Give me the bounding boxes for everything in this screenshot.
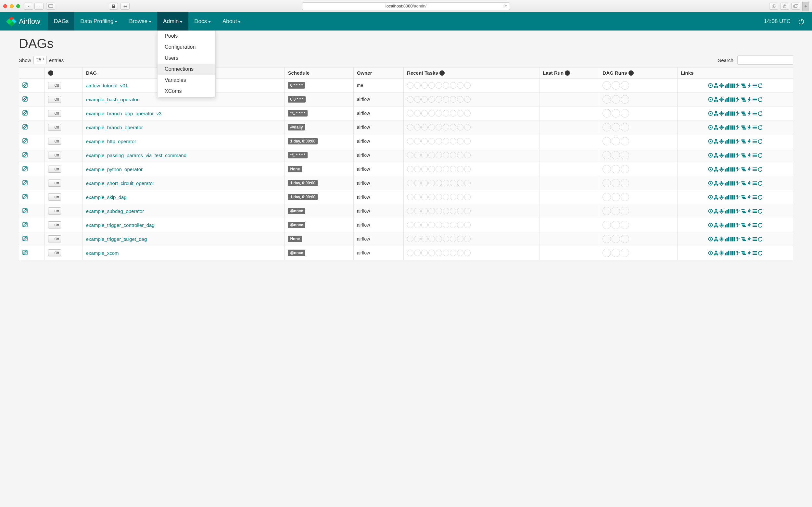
log-icon[interactable] bbox=[752, 209, 757, 214]
task-circle[interactable] bbox=[436, 96, 442, 103]
gantt-icon[interactable] bbox=[741, 250, 746, 256]
task-circle[interactable] bbox=[421, 208, 428, 214]
dagrun-circle[interactable] bbox=[621, 137, 629, 146]
dagrun-circle[interactable] bbox=[612, 81, 620, 90]
tree-icon[interactable] bbox=[714, 181, 718, 186]
dagrun-circle[interactable] bbox=[603, 137, 611, 146]
task-circle[interactable] bbox=[450, 124, 456, 130]
dag-link[interactable]: example_bash_operator bbox=[86, 97, 139, 102]
log-icon[interactable] bbox=[752, 97, 757, 102]
task-circle[interactable] bbox=[436, 124, 442, 130]
tree-icon[interactable] bbox=[714, 125, 718, 130]
dagrun-circle[interactable] bbox=[621, 81, 629, 90]
edit-icon[interactable] bbox=[22, 82, 28, 88]
task-circle[interactable] bbox=[457, 249, 463, 256]
dropdown-item-variables[interactable]: Variables bbox=[157, 75, 215, 86]
dag-toggle[interactable]: Off bbox=[48, 221, 61, 228]
tree-icon[interactable] bbox=[714, 167, 718, 172]
gantt-icon[interactable] bbox=[741, 125, 746, 130]
task-circle[interactable] bbox=[443, 194, 449, 200]
info-icon[interactable]: i bbox=[440, 70, 445, 76]
landing-icon[interactable] bbox=[736, 153, 741, 158]
nav-item-admin[interactable]: AdminPoolsConfigurationUsersConnectionsV… bbox=[157, 12, 188, 31]
task-circle[interactable] bbox=[407, 180, 413, 186]
gantt-icon[interactable] bbox=[741, 111, 746, 116]
bolt-icon[interactable] bbox=[747, 195, 752, 200]
task-circle[interactable] bbox=[457, 180, 463, 186]
dag-toggle[interactable]: Off bbox=[48, 166, 61, 173]
refresh-icon[interactable] bbox=[758, 139, 763, 144]
dagrun-circle[interactable] bbox=[603, 95, 611, 104]
extension-button-2[interactable] bbox=[120, 3, 130, 10]
trigger-icon[interactable] bbox=[708, 181, 713, 186]
task-circle[interactable] bbox=[450, 222, 456, 228]
dag-link[interactable]: airflow_tutorial_v01 bbox=[86, 83, 128, 88]
task-circle[interactable] bbox=[407, 222, 413, 228]
schedule-badge[interactable]: 1 day, 0:00:00 bbox=[288, 138, 318, 145]
log-icon[interactable] bbox=[752, 237, 757, 241]
task-circle[interactable] bbox=[443, 124, 449, 130]
task-circle[interactable] bbox=[443, 82, 449, 89]
share-button[interactable] bbox=[780, 3, 789, 10]
tries-icon[interactable] bbox=[730, 237, 735, 241]
task-circle[interactable] bbox=[464, 208, 471, 214]
dagrun-circle[interactable] bbox=[612, 109, 620, 117]
task-circle[interactable] bbox=[428, 152, 435, 158]
landing-icon[interactable] bbox=[736, 223, 741, 228]
gantt-icon[interactable] bbox=[741, 83, 746, 88]
refresh-icon[interactable] bbox=[758, 209, 763, 214]
tries-icon[interactable] bbox=[730, 167, 735, 172]
tree-icon[interactable] bbox=[714, 250, 718, 256]
dagrun-circle[interactable] bbox=[612, 207, 620, 215]
duration-icon[interactable] bbox=[725, 209, 729, 214]
task-circle[interactable] bbox=[414, 194, 421, 200]
tree-icon[interactable] bbox=[714, 111, 718, 116]
dagrun-circle[interactable] bbox=[621, 193, 629, 201]
task-circle[interactable] bbox=[443, 236, 449, 242]
task-circle[interactable] bbox=[450, 208, 456, 214]
graph-icon[interactable] bbox=[719, 209, 724, 214]
task-circle[interactable] bbox=[457, 138, 463, 145]
refresh-icon[interactable] bbox=[758, 223, 763, 228]
bolt-icon[interactable] bbox=[747, 97, 752, 102]
dag-link[interactable]: example_passing_params_via_test_command bbox=[86, 153, 187, 158]
task-circle[interactable] bbox=[421, 82, 428, 89]
task-circle[interactable] bbox=[428, 138, 435, 145]
dagrun-circle[interactable] bbox=[603, 165, 611, 173]
graph-icon[interactable] bbox=[719, 167, 724, 172]
task-circle[interactable] bbox=[421, 124, 428, 130]
extension-button-1[interactable] bbox=[109, 3, 118, 10]
task-circle[interactable] bbox=[407, 236, 413, 242]
power-icon[interactable] bbox=[798, 18, 805, 25]
task-circle[interactable] bbox=[421, 166, 428, 172]
task-circle[interactable] bbox=[421, 194, 428, 200]
task-circle[interactable] bbox=[457, 124, 463, 130]
trigger-icon[interactable] bbox=[708, 237, 713, 241]
task-circle[interactable] bbox=[428, 222, 435, 228]
tries-icon[interactable] bbox=[730, 97, 735, 102]
task-circle[interactable] bbox=[421, 138, 428, 145]
dagrun-circle[interactable] bbox=[603, 179, 611, 187]
log-icon[interactable] bbox=[752, 139, 757, 144]
task-circle[interactable] bbox=[428, 110, 435, 117]
refresh-icon[interactable] bbox=[758, 153, 763, 158]
dropdown-item-users[interactable]: Users bbox=[157, 53, 215, 64]
dag-link[interactable]: example_trigger_target_dag bbox=[86, 236, 147, 242]
task-circle[interactable] bbox=[457, 152, 463, 158]
dag-toggle[interactable]: Off bbox=[48, 96, 61, 103]
task-circle[interactable] bbox=[428, 124, 435, 130]
landing-icon[interactable] bbox=[736, 111, 741, 116]
task-circle[interactable] bbox=[407, 96, 413, 103]
edit-icon[interactable] bbox=[22, 110, 28, 116]
edit-icon[interactable] bbox=[22, 250, 28, 255]
task-circle[interactable] bbox=[464, 194, 471, 200]
dag-toggle[interactable]: Off bbox=[48, 124, 61, 131]
tree-icon[interactable] bbox=[714, 237, 718, 241]
edit-icon[interactable] bbox=[22, 222, 28, 227]
task-circle[interactable] bbox=[464, 152, 471, 158]
tries-icon[interactable] bbox=[730, 181, 735, 186]
edit-icon[interactable] bbox=[22, 152, 28, 157]
task-circle[interactable] bbox=[443, 222, 449, 228]
dagrun-circle[interactable] bbox=[621, 123, 629, 131]
landing-icon[interactable] bbox=[736, 167, 741, 172]
